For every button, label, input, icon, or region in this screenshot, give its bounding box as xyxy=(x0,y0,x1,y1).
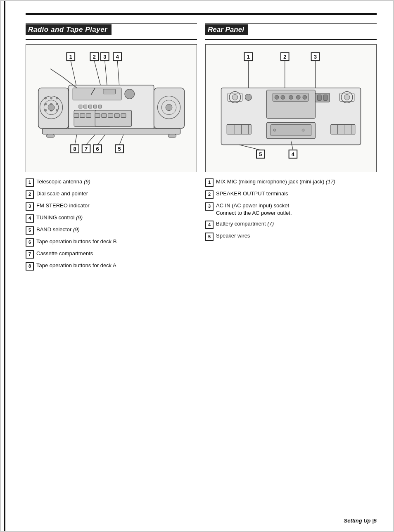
svg-line-63 xyxy=(119,135,123,145)
rear-panel-svg: 1 2 3 xyxy=(210,49,372,168)
svg-text:4: 4 xyxy=(116,54,119,60)
svg-point-86 xyxy=(303,95,307,100)
front-panel-svg: 1 2 3 4 xyxy=(30,49,192,168)
comp-text-8: Tape operation buttons for deck A xyxy=(36,262,197,269)
list-item: 6 Tape operation buttons for deck B xyxy=(26,238,197,247)
list-item: 5 Speaker wires xyxy=(205,232,377,241)
svg-rect-43 xyxy=(80,114,85,118)
svg-line-62 xyxy=(97,135,105,145)
list-item: 3 FM STEREO indicator xyxy=(26,202,197,211)
svg-rect-101 xyxy=(331,124,355,134)
comp-text-6: Tape operation buttons for deck B xyxy=(36,238,197,245)
left-column: Radio and Tape Player 1 2 3 4 xyxy=(26,23,197,274)
comp-text-r1: MIX MIC (mixing microphone) jack (mini-j… xyxy=(216,178,377,185)
list-item: 4 Battery compartment (7) xyxy=(205,220,377,229)
list-item: 4 TUNING control (9) xyxy=(26,214,197,223)
badge-r4: 4 xyxy=(205,221,214,229)
badge-8: 8 xyxy=(26,262,34,271)
svg-text:1: 1 xyxy=(247,54,250,60)
right-section-title: Rear Panel xyxy=(205,24,248,35)
svg-line-65 xyxy=(50,69,62,77)
list-item: 7 Cassette compartments xyxy=(26,250,197,259)
badge-1: 1 xyxy=(26,178,34,187)
badge-r1: 1 xyxy=(205,178,214,187)
comp-text-r4: Battery compartment (7) xyxy=(216,220,377,228)
svg-text:4: 4 xyxy=(292,151,295,157)
badge-5: 5 xyxy=(26,226,34,235)
svg-point-48 xyxy=(166,104,172,111)
svg-point-14 xyxy=(50,97,52,99)
front-panel-diagram: 1 2 3 4 xyxy=(26,44,197,172)
svg-rect-49 xyxy=(42,128,180,134)
svg-point-79 xyxy=(245,94,252,101)
badge-7: 7 xyxy=(26,250,34,259)
list-item: 1 Telescopic antenna (9) xyxy=(26,178,197,187)
footer: Setting Up |5 xyxy=(344,518,377,524)
svg-rect-50 xyxy=(46,134,55,138)
svg-text:5: 5 xyxy=(118,146,121,152)
svg-rect-28 xyxy=(103,89,115,94)
svg-point-77 xyxy=(232,95,238,100)
svg-rect-33 xyxy=(93,105,97,108)
left-section-title: Radio and Tape Player xyxy=(26,24,112,35)
left-section-bar: Radio and Tape Player xyxy=(26,23,197,40)
comp-text-r3: AC IN (AC power input) socketConnect to … xyxy=(216,202,377,217)
list-item: 3 AC IN (AC power input) socketConnect t… xyxy=(205,202,377,217)
svg-rect-41 xyxy=(121,114,126,118)
svg-point-83 xyxy=(281,95,285,100)
svg-rect-31 xyxy=(84,105,87,108)
comp-text-2: Dial scale and pointer xyxy=(36,190,197,197)
svg-text:7: 7 xyxy=(85,146,88,152)
svg-point-91 xyxy=(344,95,350,100)
comp-text-7: Cassette compartments xyxy=(36,250,197,257)
svg-text:1: 1 xyxy=(69,54,72,60)
svg-point-84 xyxy=(289,95,293,100)
main-columns: Radio and Tape Player 1 2 3 4 xyxy=(26,23,377,274)
badge-r5: 5 xyxy=(205,233,214,241)
svg-rect-40 xyxy=(114,114,119,118)
svg-rect-88 xyxy=(317,95,321,101)
svg-rect-36 xyxy=(95,110,131,126)
svg-text:3: 3 xyxy=(103,54,106,60)
list-item: 8 Tape operation buttons for deck A xyxy=(26,262,197,271)
svg-rect-94 xyxy=(271,124,311,136)
svg-point-24 xyxy=(48,104,55,111)
svg-line-109 xyxy=(239,145,261,150)
svg-text:2: 2 xyxy=(283,54,286,60)
svg-rect-34 xyxy=(98,105,102,108)
svg-rect-39 xyxy=(108,114,113,118)
svg-rect-32 xyxy=(88,105,92,108)
svg-text:5: 5 xyxy=(259,151,262,157)
svg-point-85 xyxy=(296,95,300,100)
list-item: 2 SPEAKER OUTPUT terminals xyxy=(205,190,377,199)
comp-text-r5: Speaker wires xyxy=(216,232,377,240)
svg-rect-30 xyxy=(79,105,82,108)
svg-text:3: 3 xyxy=(314,54,317,60)
badge-3: 3 xyxy=(26,202,34,211)
svg-line-60 xyxy=(75,135,77,145)
list-item: 1 MIX MIC (mixing microphone) jack (mini… xyxy=(205,178,377,187)
top-rule xyxy=(26,13,377,15)
svg-text:6: 6 xyxy=(96,146,99,152)
right-column: Rear Panel 1 2 3 xyxy=(205,23,377,274)
comp-text-r2: SPEAKER OUTPUT terminals xyxy=(216,190,377,197)
page: Radio and Tape Player 1 2 3 4 xyxy=(0,0,394,532)
svg-rect-97 xyxy=(227,124,251,134)
rear-panel-diagram: 1 2 3 xyxy=(205,44,377,172)
comp-text-1: Telescopic antenna (9) xyxy=(36,178,197,185)
list-item: 5 BAND selector (9) xyxy=(26,226,197,235)
comp-text-3: FM STEREO indicator xyxy=(36,202,197,209)
svg-text:8: 8 xyxy=(74,146,76,152)
svg-point-96 xyxy=(302,129,304,131)
svg-rect-38 xyxy=(102,114,107,118)
svg-rect-37 xyxy=(95,114,100,118)
svg-point-29 xyxy=(125,89,135,99)
svg-rect-51 xyxy=(168,134,176,138)
badge-r3: 3 xyxy=(205,202,214,211)
right-section-bar: Rear Panel xyxy=(205,23,377,40)
svg-rect-42 xyxy=(74,114,79,118)
badge-2: 2 xyxy=(26,190,34,199)
svg-line-11 xyxy=(117,61,119,88)
left-border-rule xyxy=(4,1,5,531)
svg-point-95 xyxy=(273,129,276,131)
